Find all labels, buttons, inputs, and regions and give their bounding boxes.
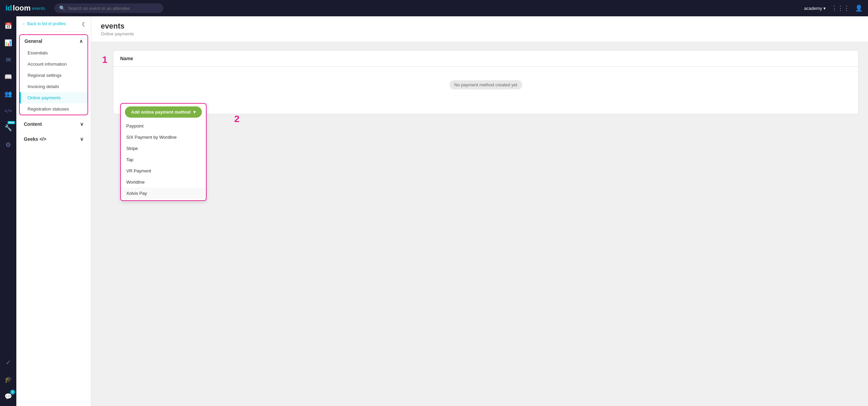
topnav-right: academy ▾ ⋮⋮⋮ 👤 bbox=[804, 4, 863, 12]
rail-graduation[interactable]: 🎓 bbox=[3, 374, 14, 385]
dropdown-item-tap[interactable]: Tap bbox=[121, 154, 206, 165]
add-btn-label: Add online payment method bbox=[131, 109, 191, 115]
dropdown-item-stripe[interactable]: Stripe bbox=[121, 143, 206, 154]
no-data-badge: No payment method created yet bbox=[450, 80, 522, 89]
dropdown-item-vr-payment[interactable]: VR Payment bbox=[121, 165, 206, 176]
sidebar-item-online-payments[interactable]: Online payments bbox=[20, 92, 87, 103]
chat-badge: 7 bbox=[10, 390, 15, 394]
user-icon[interactable]: 👤 bbox=[855, 4, 863, 12]
name-column-header: Name bbox=[120, 56, 133, 61]
main-subtitle: Online payments bbox=[101, 31, 134, 36]
rail-calendar[interactable]: 📅 bbox=[3, 20, 14, 31]
sidebar-content-header[interactable]: Content ∨ bbox=[19, 118, 88, 130]
rail-chart[interactable]: 📊 bbox=[3, 37, 14, 48]
card-wrapper: 1 Name No payment method created yet bbox=[113, 50, 858, 114]
sidebar-item-regional-settings[interactable]: Regional settings bbox=[20, 70, 87, 81]
sidebar: ← Back to list of profiles ❮ General ∧ E… bbox=[16, 16, 91, 406]
sidebar-geeks-section: Geeks </> ∨ bbox=[19, 133, 88, 145]
rail-chat[interactable]: 💬 7 bbox=[3, 391, 14, 402]
back-to-profiles-link[interactable]: ← Back to list of profiles bbox=[22, 21, 66, 26]
academy-label-text: academy bbox=[804, 6, 822, 11]
app-body: 📅 📊 ✉ 📖 👥 </> 🔧 NEW ⚙ ✓ 🎓 💬 7 ← Back to … bbox=[0, 16, 868, 406]
chevron-down-icon-content: ∨ bbox=[80, 121, 83, 127]
academy-dropdown[interactable]: academy ▾ bbox=[804, 6, 826, 11]
sidebar-content-section: Content ∨ bbox=[19, 118, 88, 130]
add-online-payment-method-button[interactable]: Add online payment method ▾ bbox=[125, 106, 202, 118]
logo: idloom events bbox=[5, 4, 45, 13]
content-section-label: Content bbox=[24, 121, 42, 127]
payment-methods-card: Name No payment method created yet Add o… bbox=[113, 50, 858, 114]
sidebar-general-section: General ∧ Essentials Account information… bbox=[19, 34, 88, 115]
search-input[interactable] bbox=[68, 6, 159, 11]
dropdown-container: Add online payment method ▾ Paypoint SIX… bbox=[120, 103, 207, 201]
table-header: Name bbox=[113, 51, 858, 67]
dropdown-btn-row: Add online payment method ▾ bbox=[121, 106, 206, 120]
chevron-down-icon: ▾ bbox=[823, 6, 826, 11]
main-area: events Online payments 1 Name No payment… bbox=[91, 16, 868, 406]
rail-settings[interactable]: ⚙ bbox=[3, 139, 14, 150]
icon-rail: 📅 📊 ✉ 📖 👥 </> 🔧 NEW ⚙ ✓ 🎓 💬 7 bbox=[0, 16, 16, 406]
search-bar[interactable]: 🔍 bbox=[54, 3, 163, 13]
rail-book[interactable]: 📖 bbox=[3, 71, 14, 82]
chevron-down-icon-btn: ▾ bbox=[193, 109, 196, 115]
logo-id: id bbox=[5, 4, 12, 13]
dropdown-item-six-payment[interactable]: SIX Payment by Wordline bbox=[121, 132, 206, 143]
sidebar-item-registration-statuses[interactable]: Registration statuses bbox=[20, 103, 87, 115]
rail-users[interactable]: 👥 bbox=[3, 88, 14, 99]
sidebar-header: ← Back to list of profiles ❮ bbox=[16, 16, 91, 32]
rail-check[interactable]: ✓ bbox=[3, 357, 14, 368]
main-header: events Online payments bbox=[91, 16, 868, 42]
geeks-section-label: Geeks </> bbox=[24, 136, 46, 142]
main-content: 1 Name No payment method created yet bbox=[91, 42, 868, 406]
main-title: events bbox=[101, 22, 125, 31]
collapse-sidebar-button[interactable]: ❮ bbox=[81, 21, 85, 27]
rail-code[interactable]: </> bbox=[3, 105, 14, 116]
sidebar-item-account-information[interactable]: Account information bbox=[20, 58, 87, 70]
topnav: idloom events 🔍 academy ▾ ⋮⋮⋮ 👤 bbox=[0, 0, 868, 16]
dropdown-item-paypoint[interactable]: Paypoint bbox=[121, 120, 206, 132]
sidebar-geeks-header[interactable]: Geeks </> ∨ bbox=[19, 133, 88, 145]
no-data-row: No payment method created yet bbox=[113, 67, 858, 103]
action-area: Add online payment method ▾ Paypoint SIX… bbox=[113, 103, 858, 114]
dropdown-item-xolvis-pay[interactable]: Xolvis Pay bbox=[121, 188, 206, 199]
sidebar-item-invoicing-details[interactable]: Invoicing details bbox=[20, 81, 87, 92]
logo-loom: loom bbox=[13, 4, 31, 13]
rail-wrench[interactable]: 🔧 NEW bbox=[3, 122, 14, 133]
back-link-text: Back to list of profiles bbox=[27, 21, 66, 26]
new-badge: NEW bbox=[7, 121, 15, 124]
step-1-indicator: 1 bbox=[102, 54, 108, 65]
general-section-label: General bbox=[25, 38, 42, 44]
search-icon: 🔍 bbox=[59, 5, 65, 11]
step-2-indicator: 2 bbox=[234, 114, 240, 124]
dropdown-item-worldline[interactable]: Worldline bbox=[121, 176, 206, 188]
chevron-up-icon: ∧ bbox=[79, 38, 83, 44]
chevron-down-icon-geeks: ∨ bbox=[80, 136, 83, 142]
logo-events: events bbox=[32, 6, 45, 11]
rail-mail[interactable]: ✉ bbox=[3, 54, 14, 65]
sidebar-general-header[interactable]: General ∧ bbox=[20, 35, 87, 47]
grid-icon[interactable]: ⋮⋮⋮ bbox=[831, 4, 850, 12]
sidebar-item-essentials[interactable]: Essentials bbox=[20, 47, 87, 58]
arrow-left-icon: ← bbox=[22, 21, 26, 26]
